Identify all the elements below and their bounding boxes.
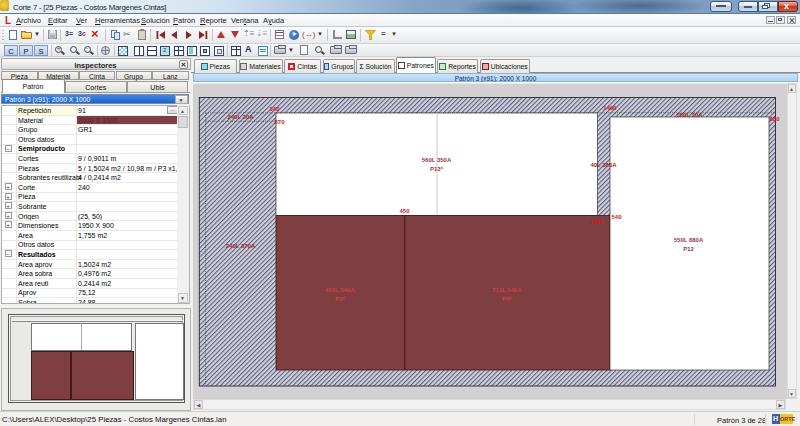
svg-text:870: 870 — [274, 119, 285, 125]
svg-text:1120: 1120 — [590, 219, 604, 225]
svg-text:240L 870A: 240L 870A — [226, 243, 256, 249]
svg-text:560L 350A: 560L 350A — [422, 157, 452, 163]
svg-text:P13*: P13* — [430, 166, 444, 172]
svg-text:P12: P12 — [683, 246, 694, 252]
svg-text:550L 880A: 550L 880A — [674, 237, 704, 243]
svg-text:P4*: P4* — [502, 296, 512, 302]
svg-text:450: 450 — [399, 208, 410, 214]
svg-text:550L 20A: 550L 20A — [676, 112, 703, 118]
svg-text:880: 880 — [769, 116, 780, 122]
svg-text:1490: 1490 — [603, 105, 617, 111]
svg-text:240L 30A: 240L 30A — [227, 114, 254, 120]
svg-text:40L 380A: 40L 380A — [590, 162, 617, 168]
svg-text:P3*: P3* — [335, 296, 345, 302]
svg-text:450L 540A: 450L 540A — [325, 287, 355, 293]
svg-text:540: 540 — [611, 214, 622, 220]
svg-text:710L 540A: 710L 540A — [492, 287, 522, 293]
svg-text:340: 340 — [269, 106, 280, 112]
